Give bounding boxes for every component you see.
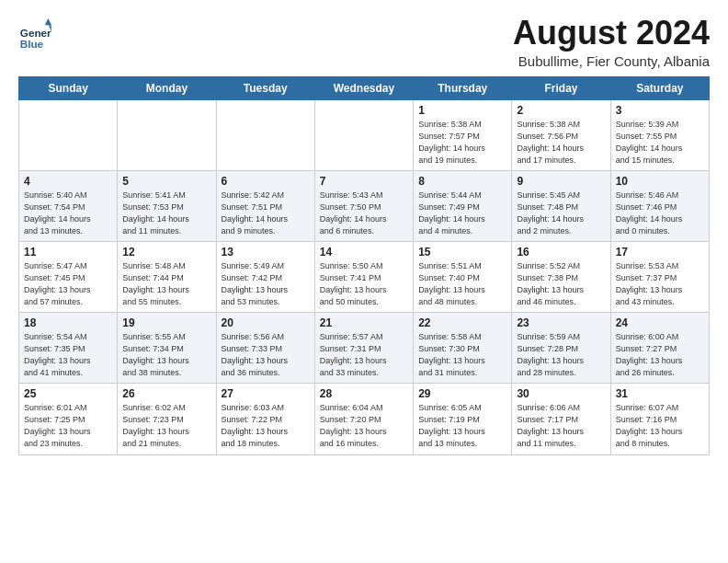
calendar-cell: 24Sunrise: 6:00 AMSunset: 7:27 PMDayligh… bbox=[610, 313, 709, 384]
calendar-cell: 26Sunrise: 6:02 AMSunset: 7:23 PMDayligh… bbox=[118, 384, 216, 454]
day-info: Sunrise: 5:38 AMSunset: 7:56 PMDaylight:… bbox=[517, 119, 605, 167]
day-number: 10 bbox=[616, 175, 704, 188]
calendar-cell: 17Sunrise: 5:53 AMSunset: 7:37 PMDayligh… bbox=[610, 241, 709, 312]
calendar-cell: 31Sunrise: 6:07 AMSunset: 7:16 PMDayligh… bbox=[610, 384, 709, 454]
day-header-monday: Monday bbox=[118, 76, 216, 99]
calendar-cell: 1Sunrise: 5:38 AMSunset: 7:57 PMDaylight… bbox=[414, 99, 512, 170]
day-number: 2 bbox=[517, 104, 605, 117]
calendar-cell: 6Sunrise: 5:42 AMSunset: 7:51 PMDaylight… bbox=[216, 170, 314, 241]
day-number: 21 bbox=[320, 316, 408, 329]
calendar-cell: 16Sunrise: 5:52 AMSunset: 7:38 PMDayligh… bbox=[512, 241, 610, 312]
day-info: Sunrise: 6:03 AMSunset: 7:22 PMDaylight:… bbox=[222, 402, 310, 450]
day-info: Sunrise: 6:04 AMSunset: 7:20 PMDaylight:… bbox=[320, 402, 408, 450]
day-info: Sunrise: 5:52 AMSunset: 7:38 PMDaylight:… bbox=[517, 260, 605, 308]
calendar-week-row: 18Sunrise: 5:54 AMSunset: 7:35 PMDayligh… bbox=[19, 313, 710, 384]
day-info: Sunrise: 5:46 AMSunset: 7:46 PMDaylight:… bbox=[616, 190, 704, 237]
calendar-cell: 14Sunrise: 5:50 AMSunset: 7:41 PMDayligh… bbox=[314, 241, 413, 312]
day-info: Sunrise: 5:54 AMSunset: 7:35 PMDaylight:… bbox=[24, 331, 112, 379]
day-number: 23 bbox=[517, 316, 605, 329]
calendar-table: SundayMondayTuesdayWednesdayThursdayFrid… bbox=[18, 76, 710, 455]
day-number: 17 bbox=[616, 246, 704, 259]
day-number: 16 bbox=[517, 246, 605, 259]
day-number: 31 bbox=[616, 387, 704, 400]
title-area: August 2024 Bubullime, Fier County, Alba… bbox=[513, 15, 710, 69]
day-info: Sunrise: 5:43 AMSunset: 7:50 PMDaylight:… bbox=[320, 190, 408, 237]
svg-marker-2 bbox=[45, 18, 51, 25]
day-info: Sunrise: 5:51 AMSunset: 7:40 PMDaylight:… bbox=[418, 260, 506, 308]
day-info: Sunrise: 5:48 AMSunset: 7:44 PMDaylight:… bbox=[122, 260, 210, 308]
calendar-cell: 23Sunrise: 5:59 AMSunset: 7:28 PMDayligh… bbox=[512, 313, 610, 384]
day-info: Sunrise: 6:07 AMSunset: 7:16 PMDaylight:… bbox=[616, 402, 704, 450]
calendar-cell: 13Sunrise: 5:49 AMSunset: 7:42 PMDayligh… bbox=[216, 241, 314, 312]
calendar-cell: 5Sunrise: 5:41 AMSunset: 7:53 PMDaylight… bbox=[118, 170, 216, 241]
calendar-cell: 28Sunrise: 6:04 AMSunset: 7:20 PMDayligh… bbox=[314, 384, 413, 454]
calendar-cell: 10Sunrise: 5:46 AMSunset: 7:46 PMDayligh… bbox=[610, 170, 709, 241]
calendar-cell: 9Sunrise: 5:45 AMSunset: 7:48 PMDaylight… bbox=[512, 170, 610, 241]
day-info: Sunrise: 5:39 AMSunset: 7:55 PMDaylight:… bbox=[616, 119, 704, 167]
day-number: 3 bbox=[616, 104, 704, 117]
calendar-cell: 30Sunrise: 6:06 AMSunset: 7:17 PMDayligh… bbox=[512, 384, 610, 454]
calendar-cell: 2Sunrise: 5:38 AMSunset: 7:56 PMDaylight… bbox=[512, 99, 610, 170]
calendar-cell: 11Sunrise: 5:47 AMSunset: 7:45 PMDayligh… bbox=[19, 241, 118, 312]
calendar-cell: 27Sunrise: 6:03 AMSunset: 7:22 PMDayligh… bbox=[216, 384, 314, 454]
day-info: Sunrise: 6:05 AMSunset: 7:19 PMDaylight:… bbox=[418, 402, 506, 450]
calendar-cell bbox=[216, 99, 314, 170]
svg-text:General: General bbox=[20, 27, 51, 39]
location-subtitle: Bubullime, Fier County, Albania bbox=[513, 53, 710, 69]
day-info: Sunrise: 6:01 AMSunset: 7:25 PMDaylight:… bbox=[24, 402, 112, 450]
day-number: 11 bbox=[24, 246, 112, 259]
calendar-week-row: 1Sunrise: 5:38 AMSunset: 7:57 PMDaylight… bbox=[19, 99, 710, 170]
day-info: Sunrise: 5:57 AMSunset: 7:31 PMDaylight:… bbox=[320, 331, 408, 379]
calendar-cell: 29Sunrise: 6:05 AMSunset: 7:19 PMDayligh… bbox=[414, 384, 512, 454]
day-info: Sunrise: 5:55 AMSunset: 7:34 PMDaylight:… bbox=[122, 331, 210, 379]
page-header: General Blue August 2024 Bubullime, Fier… bbox=[18, 15, 710, 69]
calendar-cell: 7Sunrise: 5:43 AMSunset: 7:50 PMDaylight… bbox=[314, 170, 413, 241]
day-info: Sunrise: 5:59 AMSunset: 7:28 PMDaylight:… bbox=[517, 331, 605, 379]
day-info: Sunrise: 5:53 AMSunset: 7:37 PMDaylight:… bbox=[616, 260, 704, 308]
day-number: 8 bbox=[418, 175, 506, 188]
day-number: 24 bbox=[616, 316, 704, 329]
day-number: 30 bbox=[517, 387, 605, 400]
day-number: 7 bbox=[320, 175, 408, 188]
day-number: 6 bbox=[222, 175, 310, 188]
svg-text:Blue: Blue bbox=[20, 38, 44, 50]
day-number: 27 bbox=[222, 387, 310, 400]
day-number: 19 bbox=[122, 316, 210, 329]
day-number: 15 bbox=[418, 246, 506, 259]
day-number: 1 bbox=[418, 104, 506, 117]
day-info: Sunrise: 6:02 AMSunset: 7:23 PMDaylight:… bbox=[122, 402, 210, 450]
calendar-cell bbox=[314, 99, 413, 170]
calendar-cell: 19Sunrise: 5:55 AMSunset: 7:34 PMDayligh… bbox=[118, 313, 216, 384]
calendar-cell bbox=[19, 99, 118, 170]
day-info: Sunrise: 5:40 AMSunset: 7:54 PMDaylight:… bbox=[24, 190, 112, 237]
day-number: 29 bbox=[418, 387, 506, 400]
day-number: 5 bbox=[122, 175, 210, 188]
calendar-cell: 25Sunrise: 6:01 AMSunset: 7:25 PMDayligh… bbox=[19, 384, 118, 454]
day-number: 26 bbox=[122, 387, 210, 400]
calendar-cell: 8Sunrise: 5:44 AMSunset: 7:49 PMDaylight… bbox=[414, 170, 512, 241]
day-header-tuesday: Tuesday bbox=[216, 76, 314, 99]
calendar-week-row: 25Sunrise: 6:01 AMSunset: 7:25 PMDayligh… bbox=[19, 384, 710, 454]
calendar-week-row: 11Sunrise: 5:47 AMSunset: 7:45 PMDayligh… bbox=[19, 241, 710, 312]
logo-icon: General Blue bbox=[18, 18, 51, 52]
day-info: Sunrise: 5:38 AMSunset: 7:57 PMDaylight:… bbox=[418, 119, 506, 167]
day-info: Sunrise: 5:44 AMSunset: 7:49 PMDaylight:… bbox=[418, 190, 506, 237]
day-number: 28 bbox=[320, 387, 408, 400]
calendar-cell: 20Sunrise: 5:56 AMSunset: 7:33 PMDayligh… bbox=[216, 313, 314, 384]
day-info: Sunrise: 5:50 AMSunset: 7:41 PMDaylight:… bbox=[320, 260, 408, 308]
day-info: Sunrise: 5:56 AMSunset: 7:33 PMDaylight:… bbox=[222, 331, 310, 379]
day-header-friday: Friday bbox=[512, 76, 610, 99]
calendar-cell: 3Sunrise: 5:39 AMSunset: 7:55 PMDaylight… bbox=[610, 99, 709, 170]
day-number: 12 bbox=[122, 246, 210, 259]
day-info: Sunrise: 5:45 AMSunset: 7:48 PMDaylight:… bbox=[517, 190, 605, 237]
calendar-cell bbox=[118, 99, 216, 170]
month-title: August 2024 bbox=[513, 15, 710, 52]
day-info: Sunrise: 5:47 AMSunset: 7:45 PMDaylight:… bbox=[24, 260, 112, 308]
calendar-header-row: SundayMondayTuesdayWednesdayThursdayFrid… bbox=[19, 76, 710, 99]
day-header-sunday: Sunday bbox=[19, 76, 118, 99]
day-info: Sunrise: 6:06 AMSunset: 7:17 PMDaylight:… bbox=[517, 402, 605, 450]
calendar-cell: 4Sunrise: 5:40 AMSunset: 7:54 PMDaylight… bbox=[19, 170, 118, 241]
day-number: 25 bbox=[24, 387, 112, 400]
calendar-cell: 21Sunrise: 5:57 AMSunset: 7:31 PMDayligh… bbox=[314, 313, 413, 384]
calendar-cell: 18Sunrise: 5:54 AMSunset: 7:35 PMDayligh… bbox=[19, 313, 118, 384]
